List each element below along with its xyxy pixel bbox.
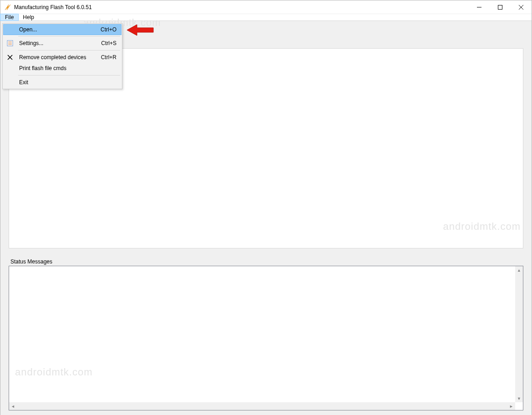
menu-item-open-label: Open... xyxy=(19,26,101,33)
status-messages-panel: ▲ ▼ ◄ ► xyxy=(9,266,523,410)
close-icon xyxy=(6,54,14,61)
menu-separator xyxy=(18,50,120,51)
menu-file[interactable]: File xyxy=(0,14,19,21)
menu-item-print-cmds[interactable]: Print flash file cmds xyxy=(4,63,121,74)
menu-item-open[interactable]: Open... Ctrl+O xyxy=(3,24,122,35)
file-dropdown-menu: Open... Ctrl+O Settings... Ctrl+S xyxy=(2,23,122,89)
vertical-scrollbar[interactable]: ▲ ▼ xyxy=(515,266,523,402)
menu-item-exit[interactable]: Exit xyxy=(4,77,121,88)
app-window: Manufacturing Flash Tool 6.0.51 File Hel… xyxy=(0,0,532,415)
menu-item-settings-label: Settings... xyxy=(19,40,101,46)
window-title: Manufacturing Flash Tool 6.0.51 xyxy=(14,4,92,10)
menu-item-settings-shortcut: Ctrl+S xyxy=(101,40,117,46)
menu-item-remove-label: Remove completed devices xyxy=(19,54,101,61)
maximize-button[interactable] xyxy=(490,0,511,14)
menu-item-open-shortcut: Ctrl+O xyxy=(101,26,117,33)
horizontal-scrollbar[interactable]: ◄ ► xyxy=(9,402,515,410)
menubar: File Help xyxy=(0,14,532,21)
menu-item-print-label: Print flash file cmds xyxy=(19,65,117,71)
scroll-left-icon[interactable]: ◄ xyxy=(9,402,17,410)
minimize-button[interactable] xyxy=(469,0,490,14)
scroll-down-icon[interactable]: ▼ xyxy=(515,395,523,402)
svg-marker-0 xyxy=(5,5,10,10)
app-icon xyxy=(4,4,11,11)
menu-item-remove-shortcut: Ctrl+R xyxy=(101,54,117,61)
window-controls xyxy=(469,0,532,14)
menu-separator xyxy=(18,75,120,76)
settings-icon xyxy=(6,40,14,47)
scroll-right-icon[interactable]: ► xyxy=(507,402,515,410)
svg-rect-2 xyxy=(498,5,502,9)
scroll-up-icon[interactable]: ▲ xyxy=(515,266,523,274)
close-button[interactable] xyxy=(511,0,532,14)
menu-help[interactable]: Help xyxy=(18,14,39,20)
status-messages-label: Status Messages xyxy=(10,258,527,265)
svg-marker-17 xyxy=(127,25,153,35)
annotation-arrow-icon xyxy=(127,24,154,38)
menu-separator xyxy=(18,36,120,36)
menu-item-settings[interactable]: Settings... Ctrl+S xyxy=(4,38,121,49)
menu-item-remove-completed[interactable]: Remove completed devices Ctrl+R xyxy=(4,52,121,63)
titlebar: Manufacturing Flash Tool 6.0.51 xyxy=(0,0,532,14)
menu-item-exit-label: Exit xyxy=(19,79,117,86)
titlebar-left: Manufacturing Flash Tool 6.0.51 xyxy=(0,4,92,11)
